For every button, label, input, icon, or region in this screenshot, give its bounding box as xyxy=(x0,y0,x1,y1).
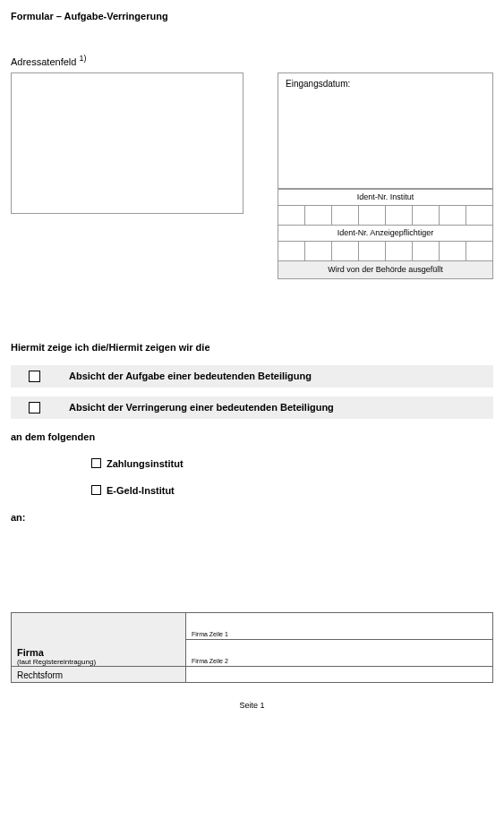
ident-cell[interactable] xyxy=(413,241,440,260)
ident-institut-table: Ident-Nr. Institut Ident-Nr. Anzeigepfli… xyxy=(278,189,493,279)
ident-cell[interactable] xyxy=(305,241,332,260)
an-label: an: xyxy=(11,512,493,523)
ident-cell[interactable] xyxy=(466,205,493,225)
firma-label-cell: Firma (laut Registereintragung) xyxy=(12,612,186,666)
ident-cell[interactable] xyxy=(386,241,413,260)
firma-zeile2-hint: Firma Zeile 2 xyxy=(192,658,228,664)
authority-note: Wird von der Behörde ausgefüllt xyxy=(278,260,493,278)
firma-label: Firma xyxy=(17,647,180,658)
rechtsform-input-cell[interactable] xyxy=(186,666,493,682)
ident-cell[interactable] xyxy=(359,205,386,225)
inst-zahlung-row: Zahlungsinstitut xyxy=(91,458,493,469)
option-aufgabe: Absicht der Aufgabe einer bedeutenden Be… xyxy=(11,365,493,388)
addressee-footnote: 1) xyxy=(79,54,86,63)
ident-cell[interactable] xyxy=(466,241,493,260)
addressee-label: Adressatenfeld 1) xyxy=(11,54,493,67)
addressee-box[interactable] xyxy=(11,72,243,214)
ident-institut-header: Ident-Nr. Institut xyxy=(278,189,493,205)
firma-zeile1-hint: Firma Zeile 1 xyxy=(192,631,228,637)
ident-cell[interactable] xyxy=(305,205,332,225)
rechtsform-label-cell: Rechtsform xyxy=(12,666,186,682)
ident-cell[interactable] xyxy=(386,205,413,225)
ident-cell[interactable] xyxy=(332,241,359,260)
ident-cell[interactable] xyxy=(413,205,440,225)
option-verringerung: Absicht der Verringerung einer bedeutend… xyxy=(11,396,493,419)
firma-zeile1-cell[interactable]: Firma Zeile 1 xyxy=(186,612,493,639)
ident-cell[interactable] xyxy=(278,241,305,260)
receipt-date-box[interactable]: Eingangsdatum: xyxy=(278,72,493,189)
page-number: Seite 1 xyxy=(11,701,493,710)
option-aufgabe-label: Absicht der Aufgabe einer bedeutenden Be… xyxy=(69,371,312,381)
inst-egeld-row: E-Geld-Institut xyxy=(91,485,493,496)
authority-column: Eingangsdatum: Ident-Nr. Institut Ident-… xyxy=(278,72,493,279)
checkbox-egeld[interactable] xyxy=(91,485,101,495)
checkbox-aufgabe[interactable] xyxy=(29,371,40,382)
checkbox-verringerung[interactable] xyxy=(29,402,40,414)
inst-zahlung-label: Zahlungsinstitut xyxy=(107,458,184,469)
firma-zeile2-cell[interactable]: Firma Zeile 2 xyxy=(186,639,493,666)
ident-cell[interactable] xyxy=(359,241,386,260)
top-row: Eingangsdatum: Ident-Nr. Institut Ident-… xyxy=(11,72,493,279)
ident-cell[interactable] xyxy=(440,205,466,225)
ident-anzeige-header: Ident-Nr. Anzeigepflichtiger xyxy=(278,225,493,241)
inst-egeld-label: E-Geld-Institut xyxy=(107,485,175,496)
addressee-label-text: Adressatenfeld xyxy=(11,56,76,67)
form-title: Formular – Aufgabe-Verringerung xyxy=(11,11,493,21)
ident-cell[interactable] xyxy=(440,241,466,260)
ident-cell[interactable] xyxy=(332,205,359,225)
ident-cell[interactable] xyxy=(278,205,305,225)
declaration-intro: Hiermit zeige ich die/Hiermit zeigen wir… xyxy=(11,342,493,353)
option-verringerung-label: Absicht der Verringerung einer bedeutend… xyxy=(69,402,334,413)
firma-table: Firma (laut Registereintragung) Firma Ze… xyxy=(11,612,493,683)
receipt-date-label: Eingangsdatum: xyxy=(286,79,350,89)
sub-intro: an dem folgenden xyxy=(11,431,493,442)
firma-sublabel: (laut Registereintragung) xyxy=(17,658,180,666)
checkbox-zahlungsinstitut[interactable] xyxy=(91,458,101,468)
